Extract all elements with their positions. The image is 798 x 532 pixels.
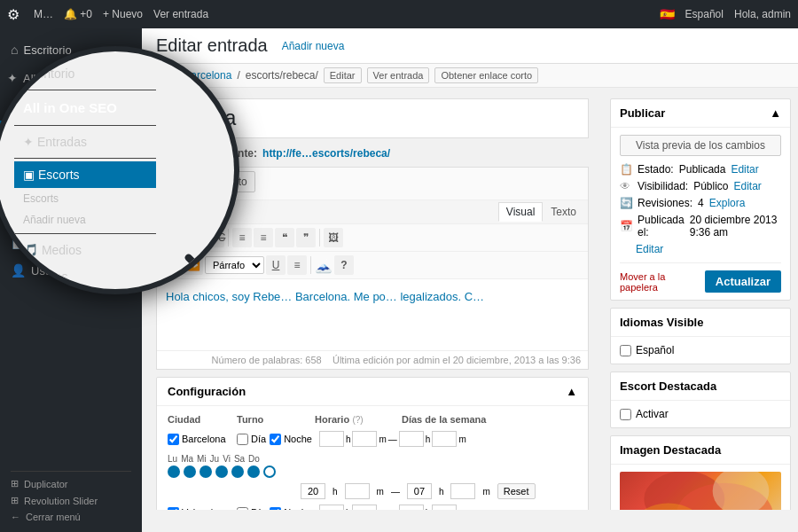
idiomas-header[interactable]: Idiomas Visible bbox=[611, 309, 790, 337]
horario1b-h2[interactable] bbox=[407, 483, 432, 499]
post-title-input[interactable] bbox=[156, 98, 589, 138]
preview-button[interactable]: Vista previa de los cambios bbox=[620, 135, 781, 156]
tab-visual[interactable]: Visual bbox=[498, 202, 543, 222]
sidebar-item-escorts-label: Escorts bbox=[27, 129, 66, 142]
sidebar-item-medios[interactable]: 🎵 Medios bbox=[0, 200, 142, 228]
admin-bar-view[interactable]: Ver entrada bbox=[153, 8, 208, 20]
horario1b-m2[interactable] bbox=[450, 483, 475, 499]
admin-bar-site[interactable]: M… bbox=[34, 8, 53, 20]
ciudad1-checkbox[interactable]: Barcelona bbox=[168, 434, 230, 445]
sidebar-item-all-in-one-seo[interactable]: ✦ All in One SEO bbox=[0, 64, 142, 92]
breadcrumb-view-btn[interactable]: Ver entrada bbox=[367, 67, 430, 83]
sidebar-subitem-escorts[interactable]: Escorts bbox=[0, 149, 142, 170]
horario1-m2[interactable] bbox=[432, 431, 457, 447]
sidebar-item-escritorio[interactable]: ⌂ Escritorio bbox=[0, 35, 142, 64]
update-button[interactable]: Actualizar bbox=[705, 270, 781, 293]
day-circle-ma1[interactable] bbox=[184, 466, 196, 478]
add-media-button[interactable]: 🖼 Añadir objeto bbox=[162, 171, 255, 192]
tab-texto[interactable]: Texto bbox=[543, 202, 584, 222]
grid-icon[interactable]: ⊞ bbox=[197, 204, 213, 220]
horario1b-m1[interactable] bbox=[345, 483, 370, 499]
ul-button[interactable]: ≡ bbox=[232, 228, 252, 247]
sidebar-revolution-slider[interactable]: ⊞ Revolution Slider bbox=[11, 492, 131, 509]
horario1-h2[interactable] bbox=[399, 431, 424, 447]
dia2-cb[interactable] bbox=[237, 507, 248, 511]
add-new-link[interactable]: Añadir nueva bbox=[282, 40, 345, 52]
ciudad1-cb[interactable] bbox=[168, 434, 179, 445]
noche1-cb[interactable] bbox=[270, 434, 281, 445]
horario2-h2[interactable] bbox=[399, 505, 424, 510]
sidebar-item-paginas[interactable]: 📄 Páginas bbox=[0, 228, 142, 256]
day-circle-vi1[interactable] bbox=[231, 466, 244, 478]
ciudad2-cb[interactable] bbox=[168, 507, 179, 511]
noche2-cb[interactable] bbox=[270, 507, 281, 511]
sidebar-cerrar-menu[interactable]: ← Cerrar menú bbox=[11, 509, 131, 525]
day-circle-do1[interactable] bbox=[263, 466, 276, 478]
align-button[interactable]: ≡ bbox=[287, 255, 307, 275]
activar-checkbox[interactable] bbox=[620, 409, 631, 420]
undo-button[interactable]: ⎌ bbox=[162, 255, 182, 275]
espanol-checkbox[interactable] bbox=[620, 345, 631, 356]
sidebar-duplicator[interactable]: ⊞ Duplicator bbox=[11, 475, 131, 492]
trash-link[interactable]: Mover a la papelera bbox=[620, 271, 705, 293]
breadcrumb-short-btn[interactable]: Obtener enlace corto bbox=[434, 67, 538, 83]
config-header[interactable]: Configuración ▲ bbox=[157, 378, 588, 406]
blockquote2-button[interactable]: ❞ bbox=[296, 228, 316, 247]
image-insert-icon[interactable]: 🗻 bbox=[315, 257, 332, 274]
sidebar-item-escorts[interactable]: ▣ Escorts bbox=[0, 121, 142, 149]
imagen-destacada-header[interactable]: Imagen Destacada bbox=[611, 436, 790, 465]
sidebar-item-entradas[interactable]: ✎ Entradas bbox=[0, 92, 142, 121]
sidebar-item-usuarios[interactable]: 👤 Usuarios bbox=[0, 256, 142, 285]
featured-image[interactable] bbox=[620, 472, 781, 510]
day-circle-lu1[interactable] bbox=[168, 466, 180, 478]
editor-body[interactable]: Hola chicos, soy Rebe… Barcelona. Me po…… bbox=[157, 279, 588, 350]
fullscreen-icon[interactable]: ⛶ bbox=[160, 204, 178, 220]
strikethrough-button[interactable]: ABC bbox=[205, 228, 224, 247]
horario2-h1[interactable] bbox=[319, 505, 344, 510]
redo-button[interactable]: ⏩ bbox=[184, 255, 203, 275]
admin-bar: ⚙ M… 🔔 +0 + Nuevo Ver entrada 🇪🇸 Español… bbox=[0, 0, 798, 28]
drag-icon[interactable]: ⠿ bbox=[180, 204, 195, 220]
admin-bar-notifications[interactable]: 🔔 +0 bbox=[64, 8, 92, 20]
horario2-m1[interactable] bbox=[352, 505, 377, 510]
horario1-h1[interactable] bbox=[319, 431, 344, 447]
dia1-cb[interactable] bbox=[237, 434, 248, 445]
revisiones-explora-link[interactable]: Explora bbox=[709, 197, 746, 209]
noche1-checkbox[interactable]: Noche bbox=[270, 434, 312, 445]
add-media-icon: 🖼 bbox=[170, 176, 181, 188]
sidebar-subitem-anadir-nueva[interactable]: Añadir nueva bbox=[0, 170, 142, 192]
noche2-checkbox[interactable]: Noche bbox=[270, 507, 312, 511]
dia2-checkbox[interactable]: Día bbox=[237, 507, 266, 511]
reset-btn1[interactable]: Reset bbox=[497, 483, 536, 499]
language-label[interactable]: Español bbox=[685, 8, 724, 20]
breadcrumb-edit-btn[interactable]: Editar bbox=[324, 67, 362, 83]
ciudad2-checkbox[interactable]: Valencia bbox=[168, 507, 230, 511]
ol-button[interactable]: ≡ bbox=[254, 228, 273, 247]
underline-button[interactable]: U bbox=[266, 255, 286, 275]
paragraph-select[interactable]: Párrafo bbox=[205, 256, 264, 274]
help-button[interactable]: ? bbox=[334, 255, 354, 275]
horario2-m2[interactable] bbox=[432, 505, 457, 510]
visibilidad-edit-link[interactable]: Editar bbox=[734, 180, 762, 192]
day-circle-sa1[interactable] bbox=[247, 466, 260, 478]
day-circle-mi1[interactable] bbox=[200, 466, 212, 478]
config-data-row1: Barcelona Día Noche bbox=[168, 431, 577, 478]
dia1-checkbox[interactable]: Día bbox=[237, 434, 266, 445]
image-button[interactable]: 🖼 bbox=[324, 228, 343, 247]
publicada-edit-link[interactable]: Editar bbox=[636, 243, 663, 255]
breadcrumb-site-link[interactable]: felina-barcelona bbox=[156, 69, 231, 82]
italic-button[interactable]: I bbox=[184, 228, 203, 247]
blockquote-button[interactable]: ❝ bbox=[275, 228, 294, 247]
publicada-edit-row: Editar bbox=[620, 243, 781, 255]
bold-button[interactable]: B bbox=[162, 228, 182, 247]
estado-edit-link[interactable]: Editar bbox=[731, 163, 758, 176]
horario1b-h1[interactable] bbox=[301, 483, 325, 499]
publish-header[interactable]: Publicar ▲ bbox=[611, 99, 790, 128]
escort-destacada-header[interactable]: Escort Destacada bbox=[611, 372, 790, 401]
m2-label: m bbox=[458, 434, 466, 444]
permalink-url[interactable]: http://fe…escorts/rebeca/ bbox=[262, 147, 390, 160]
admin-bar-new[interactable]: + Nuevo bbox=[103, 8, 143, 20]
horario1-m1[interactable] bbox=[352, 431, 377, 447]
day-circle-ju1[interactable] bbox=[215, 466, 228, 478]
admin-greeting[interactable]: Hola, admin bbox=[734, 8, 791, 20]
